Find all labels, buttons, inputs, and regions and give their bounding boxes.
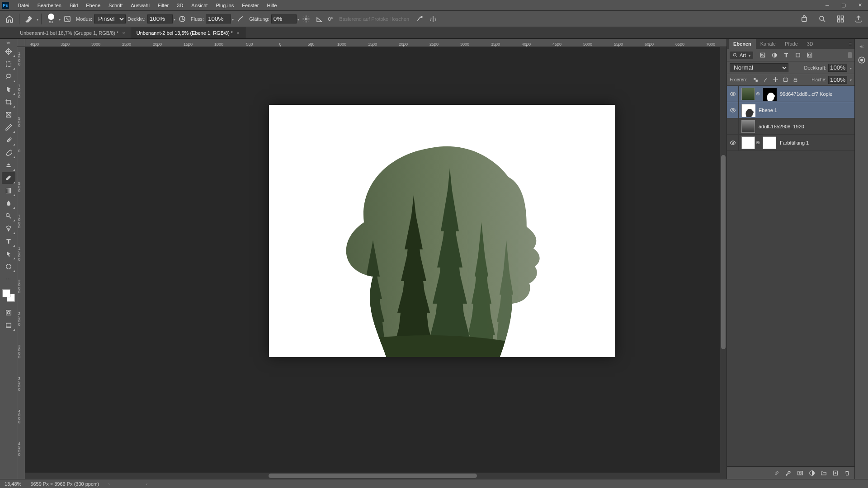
- lock-artboard-icon[interactable]: [782, 77, 788, 83]
- pen-tool[interactable]: [2, 223, 15, 235]
- eyedropper-tool[interactable]: [2, 122, 15, 133]
- blur-tool[interactable]: [2, 197, 15, 209]
- search-icon[interactable]: [816, 13, 828, 25]
- menu-ansicht[interactable]: Ansicht: [187, 0, 212, 10]
- window-minimize-button[interactable]: ─: [819, 0, 835, 11]
- filter-pixel-icon[interactable]: [760, 52, 766, 58]
- menu-filter[interactable]: Filter: [154, 0, 173, 10]
- crop-tool[interactable]: [2, 96, 15, 108]
- layer-opacity-input[interactable]: [828, 64, 847, 72]
- layer-visibility-toggle[interactable]: [727, 102, 739, 118]
- filter-type-icon[interactable]: [783, 52, 789, 58]
- cloud-docs-icon[interactable]: [798, 13, 810, 25]
- layer-mask-thumbnail[interactable]: [763, 88, 776, 100]
- layer-name-label[interactable]: Ebene 1: [759, 108, 777, 113]
- healing-tool[interactable]: [2, 134, 15, 146]
- lasso-tool[interactable]: [2, 71, 15, 83]
- menu-datei[interactable]: Datei: [14, 0, 33, 10]
- layer-visibility-toggle[interactable]: [727, 118, 739, 134]
- menu-schrift[interactable]: Schrift: [104, 0, 127, 10]
- canvas-viewport[interactable]: [25, 47, 726, 479]
- layer-filter-select[interactable]: Art: [730, 52, 753, 59]
- menu-bild[interactable]: Bild: [66, 0, 82, 10]
- menu-plug-ins[interactable]: Plug-ins: [212, 0, 238, 10]
- ruler-vertical[interactable]: 1500100050005001000150020002500300035004…: [17, 47, 25, 479]
- layer-style-icon[interactable]: [785, 469, 792, 477]
- layer-name-label[interactable]: 96d6471dd8...cf7 Kopie: [780, 91, 832, 97]
- type-tool[interactable]: [2, 235, 15, 247]
- layer-mask-thumbnail[interactable]: [763, 136, 776, 149]
- layer-thumbnail[interactable]: [741, 136, 755, 149]
- brush-preview[interactable]: 53: [45, 12, 57, 26]
- share-icon[interactable]: [853, 13, 864, 25]
- window-maximize-button[interactable]: ▢: [835, 0, 852, 11]
- mode-select[interactable]: Pinsel: [94, 14, 126, 23]
- group-icon[interactable]: [820, 469, 827, 477]
- workspace-icon[interactable]: [835, 13, 846, 25]
- quickmask-toggle[interactable]: [2, 307, 15, 319]
- eraser-tool-icon[interactable]: [23, 13, 35, 25]
- airbrush-icon[interactable]: [235, 13, 246, 25]
- layer-visibility-toggle[interactable]: [727, 135, 739, 150]
- menu-ebene[interactable]: Ebene: [82, 0, 104, 10]
- menu-bearbeiten[interactable]: Bearbeiten: [33, 0, 66, 10]
- panel-tab-kanäle[interactable]: Kanäle: [756, 39, 780, 49]
- blend-mode-select[interactable]: Normal: [730, 63, 788, 72]
- quick-select-tool[interactable]: [2, 84, 15, 95]
- menu-3d[interactable]: 3D: [173, 0, 187, 10]
- dodge-tool[interactable]: [2, 210, 15, 222]
- panel-tab-ebenen[interactable]: Ebenen: [729, 39, 756, 49]
- angle-icon[interactable]: [314, 13, 326, 25]
- panel-tab-3d[interactable]: 3D: [802, 39, 818, 49]
- menu-hilfe[interactable]: Hilfe: [263, 0, 281, 10]
- layer-row[interactable]: Ebene 1: [727, 102, 854, 118]
- tab-close-icon[interactable]: ×: [236, 30, 239, 36]
- new-layer-icon[interactable]: [832, 469, 839, 477]
- scrollbar-vertical[interactable]: [720, 47, 726, 479]
- eraser-tool[interactable]: [2, 172, 15, 184]
- brush-tool[interactable]: [2, 147, 15, 159]
- symmetry-icon[interactable]: [427, 13, 439, 25]
- layer-thumbnail[interactable]: [741, 120, 755, 133]
- smoothing-input[interactable]: [271, 14, 297, 23]
- layer-row[interactable]: ⦿Farbfüllung 1: [727, 135, 854, 151]
- collapse-arrows[interactable]: ≪: [857, 42, 867, 52]
- layer-row[interactable]: adult-1852908_1920: [727, 118, 854, 135]
- pressure-opacity-icon[interactable]: [176, 13, 188, 25]
- document-tab[interactable]: Unbenannt-2 bei 13,5% (Ebene 1, RGB/8) *…: [131, 27, 245, 38]
- delete-layer-icon[interactable]: [844, 469, 851, 477]
- foreground-color-swatch[interactable]: [2, 289, 10, 297]
- home-icon[interactable]: [4, 13, 15, 25]
- marquee-tool[interactable]: [2, 58, 15, 70]
- layer-name-label[interactable]: Farbfüllung 1: [780, 140, 809, 145]
- document-tab[interactable]: Unbenannt-1 bei 18,7% (Gruppe 1, RGB/8) …: [14, 27, 131, 38]
- move-tool[interactable]: [2, 46, 15, 57]
- layer-visibility-toggle[interactable]: [727, 86, 739, 102]
- more-tool[interactable]: ⋯: [2, 273, 15, 285]
- link-layers-icon[interactable]: [773, 469, 780, 477]
- path-select-tool[interactable]: [2, 248, 15, 260]
- ruler-horizontal[interactable]: 4000350030002500200015001000500050010001…: [25, 39, 726, 47]
- pressure-size-icon[interactable]: [414, 13, 425, 25]
- layer-mask-icon[interactable]: [797, 469, 804, 477]
- gradient-tool[interactable]: [2, 185, 15, 197]
- flow-input[interactable]: [206, 14, 231, 23]
- fill-input[interactable]: [828, 76, 847, 84]
- window-close-button[interactable]: ✕: [852, 0, 868, 11]
- color-swatches[interactable]: [2, 289, 15, 302]
- filter-shape-icon[interactable]: [795, 52, 801, 58]
- clone-stamp-tool[interactable]: [2, 160, 15, 171]
- scrollbar-horizontal[interactable]: [25, 473, 720, 479]
- zoom-level[interactable]: 13,48%: [5, 481, 21, 487]
- brush-panel-toggle-icon[interactable]: [61, 13, 73, 25]
- menu-auswahl[interactable]: Auswahl: [127, 0, 154, 10]
- color-panel-icon[interactable]: [857, 55, 867, 65]
- layer-thumbnail[interactable]: [741, 104, 755, 117]
- shape-tool[interactable]: [2, 261, 15, 272]
- lock-all-icon[interactable]: [792, 77, 798, 83]
- layer-row[interactable]: ⦿96d6471dd8...cf7 Kopie: [727, 86, 854, 102]
- lock-position-icon[interactable]: [772, 77, 778, 83]
- panel-menu-icon[interactable]: ≡: [846, 39, 854, 49]
- layer-thumbnail[interactable]: [741, 88, 755, 100]
- layer-name-label[interactable]: adult-1852908_1920: [759, 124, 804, 129]
